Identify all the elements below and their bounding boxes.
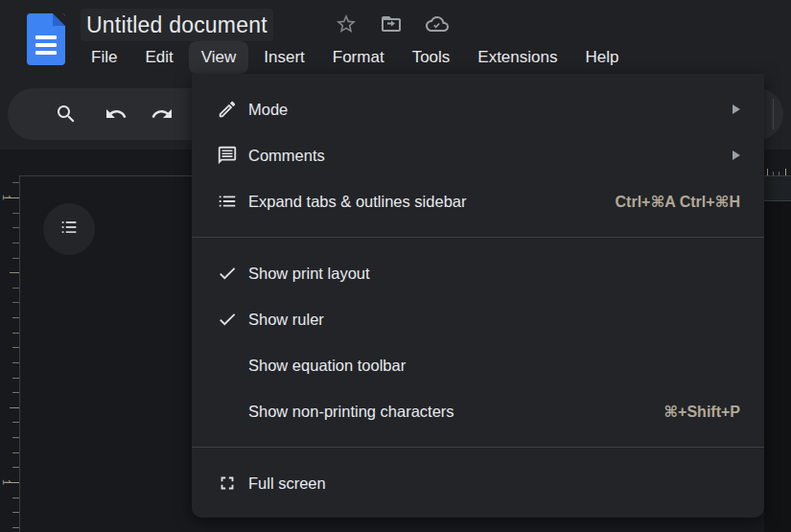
view-menu: ModeCommentsExpand tabs & outlines sideb… <box>192 74 764 518</box>
page-corner-strip <box>764 176 791 200</box>
menu-item-label: Show ruler <box>248 311 740 329</box>
cloud-saved-icon[interactable] <box>424 11 451 37</box>
ruler-tick <box>12 317 19 318</box>
fullscreen-icon <box>216 472 239 495</box>
menubar-item-format[interactable]: Format <box>320 41 397 74</box>
ruler-tick <box>12 452 19 453</box>
ruler-label: 1 <box>1 192 12 203</box>
ruler-tick <box>12 213 19 214</box>
logo-line <box>35 35 57 39</box>
ruler-tick <box>12 302 19 303</box>
menubar-item-view[interactable]: View <box>189 41 249 74</box>
list-icon <box>216 190 239 213</box>
menu-item-show-print-layout[interactable]: Show print layout <box>192 250 764 296</box>
ruler-tick <box>12 227 19 228</box>
move-folder-icon[interactable] <box>378 11 405 37</box>
menubar-item-extensions[interactable]: Extensions <box>465 41 570 74</box>
check-icon <box>216 262 239 285</box>
menubar-item-edit[interactable]: Edit <box>132 41 185 74</box>
menu-item-shortcut: ⌘+Shift+P <box>663 403 740 421</box>
menu-item-spacer <box>216 400 239 423</box>
menu-item-label: Show non-printing characters <box>248 403 663 421</box>
menu-separator <box>192 447 764 448</box>
ruler-tick <box>12 243 19 243</box>
menu-item-spacer <box>216 354 239 377</box>
pencil-icon <box>216 98 239 121</box>
menu-item-label: Show print layout <box>248 265 740 283</box>
menu-item-show-non-printing-characters[interactable]: Show non-printing characters⌘+Shift+P <box>192 388 764 434</box>
menu-item-full-screen[interactable]: Full screen <box>192 460 764 506</box>
docs-logo-icon[interactable] <box>27 13 65 65</box>
ruler-label: 1 <box>1 476 12 488</box>
menu-item-expand-tabs-outlines-sidebar[interactable]: Expand tabs & outlines sidebarCtrl+⌘A Ct… <box>192 178 764 224</box>
menu-separator <box>192 237 764 238</box>
menu-item-show-equation-toolbar[interactable]: Show equation toolbar <box>192 342 764 388</box>
ruler-tick <box>12 422 19 423</box>
redo-icon[interactable] <box>151 103 174 126</box>
menu-item-label: Mode <box>248 101 733 119</box>
toolbar-divider <box>773 99 774 129</box>
ruler-tick <box>12 258 19 259</box>
ruler-tick <box>12 467 19 468</box>
menubar-item-tools[interactable]: Tools <box>400 41 463 74</box>
comment-icon <box>216 144 239 167</box>
menu-item-label: Full screen <box>248 474 740 493</box>
menu-item-comments[interactable]: Comments <box>192 132 764 178</box>
menu-item-mode[interactable]: Mode <box>192 86 764 132</box>
ruler-tick <box>785 169 786 175</box>
undo-icon[interactable] <box>105 103 128 126</box>
vertical-ruler-line <box>19 175 20 532</box>
google-docs-window: 11 Untitled document FileEditViewInsertF… <box>0 0 791 532</box>
menu-item-label: Expand tabs & outlines sidebar <box>248 193 616 211</box>
ruler-tick <box>10 272 19 273</box>
ruler-tick <box>12 333 19 334</box>
ruler-tick <box>10 407 19 408</box>
ruler-tick <box>12 392 19 393</box>
ruler-tick <box>12 378 19 379</box>
ruler-tick <box>779 172 779 175</box>
submenu-arrow-icon <box>733 150 740 160</box>
ruler-tick <box>12 527 19 528</box>
ruler-tick <box>12 362 19 363</box>
search-icon[interactable] <box>55 103 78 126</box>
check-icon <box>216 308 239 331</box>
logo-line <box>35 43 57 47</box>
menu-item-show-ruler[interactable]: Show ruler <box>192 296 764 342</box>
ruler-tick <box>773 172 774 175</box>
menubar-item-insert[interactable]: Insert <box>251 41 317 74</box>
logo-line <box>35 51 57 55</box>
ruler-tick <box>12 347 19 348</box>
menubar-item-help[interactable]: Help <box>572 41 631 74</box>
ruler-tick <box>12 497 19 498</box>
bulleted-list-icon <box>58 217 80 242</box>
ruler-tick <box>12 288 19 289</box>
menu-item-label: Show equation toolbar <box>248 357 740 375</box>
document-title[interactable]: Untitled document <box>81 9 273 41</box>
menu-item-label: Comments <box>248 147 733 165</box>
ruler-tick <box>12 437 19 438</box>
menu-item-shortcut: Ctrl+⌘A Ctrl+⌘H <box>616 193 740 211</box>
ruler-tick <box>12 182 19 183</box>
ruler-tick <box>767 169 768 175</box>
menubar: FileEditViewInsertFormatToolsExtensionsH… <box>79 41 634 74</box>
menubar-item-file[interactable]: File <box>79 41 129 74</box>
ruler-tick <box>12 512 19 513</box>
canvas-right-gutter <box>764 201 791 532</box>
star-icon[interactable] <box>333 11 360 37</box>
show-tabs-outlines-button[interactable] <box>43 203 95 255</box>
submenu-arrow-icon <box>733 104 740 114</box>
